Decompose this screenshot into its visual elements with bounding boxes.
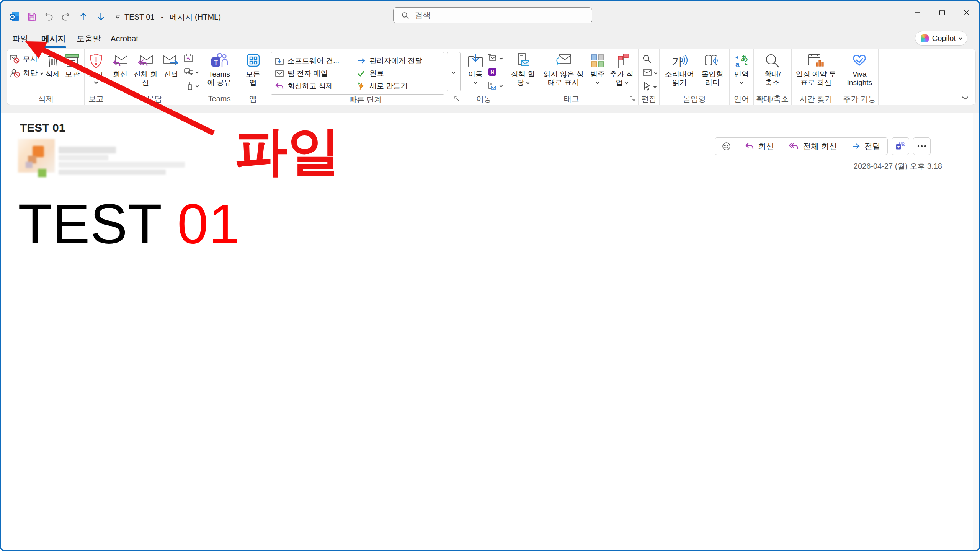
- quick-step-team-email[interactable]: 팀 전자 메일: [275, 67, 355, 80]
- mark-unread-label: 읽지 않은 상태로 표시: [541, 70, 586, 87]
- reply-all-button-header[interactable]: 전체 회신: [781, 138, 844, 155]
- block-button[interactable]: 차단: [10, 67, 43, 79]
- save-icon[interactable]: [26, 10, 38, 23]
- trash-icon: [46, 52, 59, 69]
- translate-button[interactable]: あ a 번역: [732, 51, 751, 85]
- ribbon-group-apps: 모든 앱 앱: [238, 49, 268, 105]
- translate-icon: あ a: [734, 52, 749, 69]
- forward-button-header[interactable]: 전달: [844, 138, 887, 155]
- follow-up-label: 추가 작업: [609, 70, 634, 87]
- report-button[interactable]: 보고: [87, 51, 105, 85]
- read-aloud-label: 소리내어 읽기: [664, 70, 695, 87]
- mark-unread-button[interactable]: 읽지 않은 상태로 표시: [539, 51, 588, 88]
- quick-step-label: 새로 만들기: [369, 81, 408, 91]
- assign-policy-label: 정책 할당: [509, 70, 537, 87]
- dialog-launcher-icon[interactable]: [454, 96, 460, 102]
- forward-button[interactable]: 전달: [161, 51, 181, 80]
- categorize-button[interactable]: 범주: [588, 51, 607, 85]
- ignore-button[interactable]: 무시: [10, 54, 43, 65]
- collapse-ribbon-button[interactable]: [961, 96, 969, 101]
- move-folder-icon: [467, 52, 483, 69]
- archive-button[interactable]: 보관: [63, 51, 82, 80]
- viva-insights-button[interactable]: Viva Insights: [844, 51, 875, 88]
- chevron-down-icon: [40, 72, 43, 75]
- outlook-app-icon[interactable]: [8, 10, 20, 23]
- categorize-label: 범주: [590, 70, 605, 78]
- minimize-button[interactable]: [905, 1, 930, 24]
- rules-button[interactable]: [488, 53, 502, 64]
- tab-file[interactable]: 파일: [11, 32, 29, 46]
- reply-button[interactable]: 회신: [110, 51, 130, 80]
- move-button[interactable]: 이동: [466, 51, 485, 85]
- actions-button[interactable]: [488, 80, 502, 91]
- reply-all-button[interactable]: 전체 회신: [131, 51, 160, 88]
- tab-message[interactable]: 메시지: [39, 32, 68, 46]
- assign-policy-button[interactable]: 정책 할당: [507, 51, 539, 88]
- group-label-report: 보고: [87, 93, 105, 105]
- redo-icon[interactable]: [59, 10, 72, 23]
- all-apps-button[interactable]: 모든 앱: [240, 51, 266, 88]
- quick-step-reply-delete[interactable]: 회신하고 삭제: [275, 80, 355, 92]
- ribbon-group-find-time: 일정 예약 투표로 회신 시간 찾기: [792, 49, 841, 105]
- follow-up-button[interactable]: 추가 작업: [608, 51, 636, 88]
- chevron-down-icon: [739, 80, 743, 84]
- select-button[interactable]: [642, 81, 657, 92]
- group-label-delete: 삭제: [10, 93, 82, 105]
- related-mail-button[interactable]: [642, 67, 657, 78]
- share-screenshot-button[interactable]: [184, 80, 198, 91]
- meeting-poll-button[interactable]: 일정 예약 투표로 회신: [794, 51, 838, 88]
- meeting-poll-label: 일정 예약 투표로 회신: [796, 70, 836, 87]
- close-button[interactable]: [954, 1, 979, 24]
- share-to-teams-button[interactable]: T Teams에 공유: [203, 51, 235, 88]
- chevron-down-icon: [196, 70, 199, 73]
- delete-button[interactable]: 삭제: [44, 51, 62, 80]
- read-aloud-button[interactable]: 가 소리내어 읽기: [662, 51, 697, 88]
- group-label-immersive: 몰입형: [662, 93, 727, 105]
- tab-help[interactable]: 도움말: [75, 32, 102, 46]
- ribbon-group-addins: Viva Insights 추가 기능: [841, 49, 879, 105]
- quick-steps-panel: 소프트웨어 견... 관리자에게 전달 팀 전자 메일: [271, 52, 444, 95]
- immersive-reader-button[interactable]: 몰입형 리더: [698, 51, 727, 88]
- more-actions-button[interactable]: [913, 137, 931, 155]
- quick-steps-gallery-more-button[interactable]: [447, 52, 461, 91]
- block-sender-icon: [10, 68, 20, 78]
- quick-step-forward-manager[interactable]: 관리자에게 전달: [357, 54, 440, 67]
- customize-toolbar-icon[interactable]: [111, 10, 124, 23]
- meeting-reply-button[interactable]: [184, 53, 198, 64]
- move-up-icon[interactable]: [77, 10, 89, 23]
- find-button[interactable]: [642, 54, 657, 64]
- chat-reply-button[interactable]: [184, 67, 198, 77]
- reply-label: 회신: [113, 70, 127, 78]
- search-placeholder: 검색: [415, 10, 431, 21]
- search-input[interactable]: 검색: [393, 7, 592, 23]
- dialog-launcher-icon[interactable]: [629, 96, 635, 102]
- quick-step-done[interactable]: 완료: [357, 67, 440, 80]
- reply-button-header[interactable]: 회신: [738, 138, 781, 155]
- undo-icon[interactable]: [42, 10, 55, 23]
- reactions-button[interactable]: [715, 138, 738, 155]
- share-to-teams-button-header[interactable]: T: [892, 137, 909, 155]
- window-title: TEST 01 - 메시지 (HTML): [124, 12, 221, 22]
- message-actions: 회신 전체 회신 전달: [715, 137, 931, 155]
- maximize-button[interactable]: [930, 1, 954, 24]
- block-label: 차단: [23, 68, 38, 78]
- ribbon-group-quick-steps: 소프트웨어 견... 관리자에게 전달 팀 전자 메일: [268, 49, 463, 105]
- tab-acrobat[interactable]: Acrobat: [110, 32, 139, 46]
- move-down-icon[interactable]: [95, 10, 107, 23]
- copilot-button[interactable]: Copilot: [915, 31, 967, 46]
- zoom-button[interactable]: 확대/축소: [760, 51, 785, 88]
- chevron-down-icon: [653, 85, 657, 88]
- immersive-reader-icon: [704, 52, 720, 69]
- vertical-scrollbar[interactable]: [973, 113, 979, 550]
- svg-text:a: a: [735, 60, 740, 68]
- group-label-addins: 추가 기능: [843, 93, 876, 105]
- quick-step-software[interactable]: 소프트웨어 견...: [275, 54, 355, 67]
- chevron-down-icon: [500, 57, 503, 60]
- ignore-label: 무시: [23, 54, 38, 64]
- sender-name-redacted: [59, 147, 116, 153]
- onenote-button[interactable]: N: [488, 67, 502, 77]
- recipient-line-redacted: [59, 162, 185, 168]
- ribbon-group-language: あ a 번역 언어: [730, 49, 754, 105]
- ignore-icon: [10, 55, 20, 64]
- quick-step-create-new[interactable]: 새로 만들기: [357, 80, 440, 92]
